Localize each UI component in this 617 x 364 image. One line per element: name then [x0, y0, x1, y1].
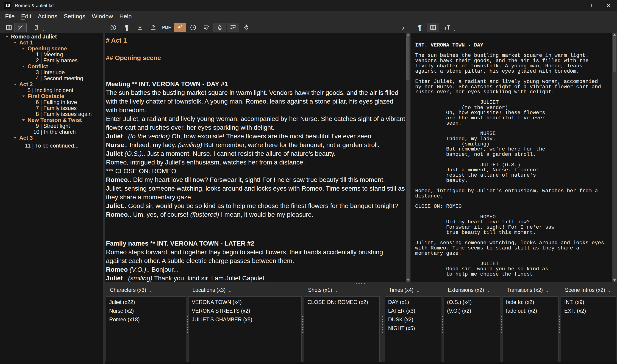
text-size-button[interactable]: TT [441, 23, 453, 32]
droplet-button[interactable] [214, 23, 226, 32]
tag-column-header[interactable]: Characters (x3) [106, 284, 186, 296]
editor-pane[interactable]: # Act 1 ## Opening scene Meeting ** INT.… [105, 33, 406, 282]
close-button[interactable]: ✕ [601, 0, 617, 11]
tag-list-item[interactable]: INT. (x9) [564, 298, 616, 307]
menu-file[interactable]: File [2, 13, 18, 20]
outline-item-10[interactable]: 10 | In the church [0, 129, 104, 135]
upload-button[interactable] [147, 23, 159, 32]
caret-down-icon[interactable] [11, 42, 19, 43]
chevron-right-button[interactable]: › [397, 23, 410, 32]
scroll-up-icon[interactable] [406, 33, 410, 37]
editor-scrollbar[interactable] [406, 33, 411, 282]
sparkles-button[interactable] [174, 23, 186, 32]
caret-down-icon[interactable] [11, 137, 19, 139]
columns-button[interactable] [427, 23, 439, 32]
tag-list-item[interactable]: NIGHT (x5) [388, 324, 441, 333]
tag-list-item[interactable]: fade out. (x2) [506, 307, 558, 315]
scroll-up-icon[interactable] [613, 33, 616, 37]
outline-node[interactable]: Opening scene [0, 46, 104, 52]
pdf-button[interactable]: PDF [160, 23, 173, 32]
editor-scrollbar-thumb[interactable] [406, 37, 410, 79]
nib-button[interactable] [240, 23, 253, 32]
tag-column-header[interactable]: Transitions (x2) [503, 284, 559, 296]
menu-settings[interactable]: Settings [61, 13, 89, 20]
columns-button[interactable] [3, 23, 15, 32]
tag-list-item[interactable]: Romeo (x18) [109, 315, 186, 324]
outline-item-2[interactable]: 2 | Family names [0, 57, 104, 64]
caret-down-icon[interactable] [19, 95, 27, 97]
outline-item-5[interactable]: 5 | Inciting Incident [0, 87, 104, 93]
menu-actions[interactable]: Actions [35, 13, 61, 20]
outline-node[interactable]: New Tension & Twist [0, 117, 104, 123]
tag-column-header[interactable]: Shots (x1) [304, 284, 380, 296]
tag-list-item[interactable]: (V.O.) (x2) [447, 307, 500, 315]
outline-node[interactable]: Act 1 [0, 40, 104, 46]
caret-down-icon[interactable] [11, 84, 19, 85]
outline-item-1[interactable]: 1 | Meeting [0, 52, 104, 57]
outline-node[interactable]: Romeo and Juliet [0, 34, 104, 40]
clock-button[interactable] [187, 23, 199, 32]
mouse-button[interactable] [30, 23, 42, 32]
tag-list-item[interactable]: EXT. (x2) [564, 307, 616, 315]
outline-item-6[interactable]: 6 | Falling in love [0, 99, 104, 105]
editor-line [106, 62, 406, 71]
preview-scrollbar[interactable] [612, 33, 617, 282]
help-button[interactable]: ? [107, 23, 120, 32]
column-resize-handle[interactable] [559, 316, 560, 333]
tag-list-item[interactable]: LATER (x3) [388, 307, 441, 315]
outline-item-4[interactable]: 4 | Second meeting [0, 75, 104, 81]
tag-list-item[interactable]: DAY (x1) [388, 298, 441, 307]
scroll-down-icon[interactable] [613, 278, 616, 282]
wrap-lines-button[interactable] [227, 23, 239, 32]
preview-scrollbar-thumb[interactable] [613, 37, 616, 71]
no-markup-button[interactable] [14, 23, 27, 32]
tag-list-item[interactable]: DUSK (x2) [388, 315, 441, 324]
column-resize-handle[interactable] [501, 316, 502, 333]
menu-window[interactable]: Window [89, 13, 116, 20]
pilcrow-button[interactable]: ¶ [120, 23, 133, 32]
column-resize-handle[interactable] [442, 316, 443, 333]
tag-list-item[interactable]: JULIET'S CHAMBER (x5) [192, 315, 302, 324]
panel-resize-handle[interactable] [356, 283, 365, 284]
preview-line: NURSE [415, 131, 612, 136]
tag-list-item[interactable]: VERONA TOWN (x4) [192, 298, 302, 307]
caret-down-icon[interactable] [19, 119, 27, 121]
tag-column-header[interactable]: Times (x4) [385, 284, 442, 296]
outline-item-8[interactable]: 8 | Family issues again [0, 111, 104, 117]
outline-node[interactable]: Act 3 [0, 135, 104, 141]
outline-item-11[interactable]: 11 | To be continued... [0, 143, 104, 149]
menu-help[interactable]: Help [116, 13, 135, 20]
maximize-button[interactable] [582, 0, 598, 11]
tag-list-item[interactable]: Juliet (x22) [109, 298, 186, 307]
caret-down-icon[interactable] [19, 48, 27, 50]
editor-scene-group-heading: ## Opening scene [106, 54, 406, 62]
pilcrow-button[interactable]: ¶ [413, 23, 426, 32]
column-resize-handle[interactable] [302, 316, 303, 333]
caret-down-icon[interactable] [3, 36, 11, 38]
tag-list-item[interactable]: VERONA STREETS (x2) [192, 307, 302, 315]
outline-item-7[interactable]: 7 | Family issues [0, 105, 104, 111]
tag-column-header[interactable]: Locations (x3) [188, 284, 302, 296]
outline-item-9[interactable]: 9 | Street fight [0, 123, 104, 129]
preview-pane[interactable]: INT. VERONA TOWN - DAY The sun bathes th… [411, 33, 612, 282]
edit-lines-button[interactable] [200, 23, 213, 32]
editor-line: they share a momentary gaze. [106, 193, 406, 202]
scroll-down-icon[interactable] [406, 278, 410, 282]
outline-node[interactable]: Act 2 [0, 81, 104, 87]
outline-node[interactable]: First Obstacle [0, 93, 104, 99]
tag-list-item[interactable]: Nurse (x2) [109, 307, 186, 315]
minimize-button[interactable]: – [563, 0, 579, 11]
tag-column-header[interactable]: Extensions (x2) [444, 284, 500, 296]
column-resize-handle[interactable] [187, 316, 188, 333]
outline-node[interactable]: Conflict [0, 64, 104, 69]
menu-edit[interactable]: Edit [18, 13, 35, 20]
tag-column-header[interactable]: Scene Intros (x2) [561, 284, 616, 296]
column-resize-handle[interactable] [382, 316, 383, 333]
outline-item-3[interactable]: 3 | Interlude [0, 69, 104, 75]
tag-list-item[interactable]: CLOSE ON: ROMEO (x2) [307, 298, 379, 307]
download-button[interactable] [134, 23, 146, 32]
caret-down-icon[interactable] [19, 66, 27, 67]
sidebar-splitter[interactable] [103, 33, 105, 364]
tag-list-item[interactable]: fade to: (x2) [506, 298, 558, 307]
tag-list-item[interactable]: (O.S.) (x4) [447, 298, 500, 307]
